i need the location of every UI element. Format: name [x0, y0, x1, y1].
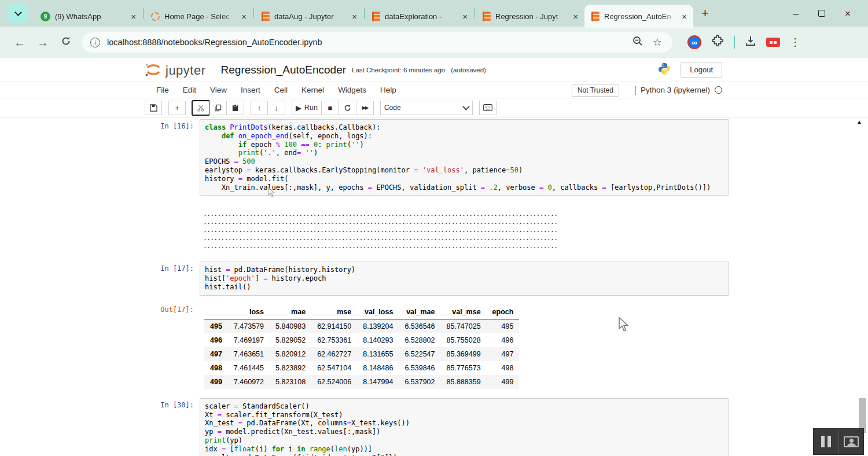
whatsapp-icon: 9: [41, 12, 50, 21]
dataframe-row: 4987.4614455.82389262.5471048.1484866.53…: [204, 361, 519, 375]
cell-type-dropdown[interactable]: Code: [380, 101, 473, 115]
move-cell-up-button[interactable]: ↑: [251, 101, 268, 115]
url-text[interactable]: localhost:8888/notebooks/Regression_Auto…: [107, 38, 632, 47]
code-editor[interactable]: hist = pd.DataFrame(history.history)hist…: [200, 262, 729, 295]
scrollbar-thumb[interactable]: [859, 398, 866, 433]
copy-cell-button[interactable]: [209, 101, 227, 115]
code-token: (: [347, 141, 351, 149]
site-info-icon[interactable]: i: [90, 38, 100, 47]
menu-item-help[interactable]: Help: [373, 83, 403, 97]
cell-output-stream: ........................................…: [200, 208, 557, 250]
menu-item-file[interactable]: File: [149, 83, 176, 97]
menu-item-insert[interactable]: Insert: [234, 83, 267, 97]
dataframe-cell: 497: [487, 347, 520, 361]
zoom-icon[interactable]: [632, 35, 643, 49]
code-editor[interactable]: scaler = StandardScaler()Xt = scaler.fit…: [200, 398, 729, 456]
tab-separator: [364, 8, 365, 19]
tab-close-icon[interactable]: ×: [240, 12, 248, 21]
stream-line: ........................................…: [203, 234, 557, 242]
mouse-cursor-ghost: [267, 187, 277, 201]
window-close-icon[interactable]: ×: [845, 9, 851, 19]
downloads-icon[interactable]: [745, 35, 756, 49]
tab-close-icon[interactable]: ×: [571, 12, 580, 21]
dataframe-cell: 85.755028: [441, 333, 487, 347]
menu-item-view[interactable]: View: [203, 83, 234, 97]
address-bar[interactable]: i localhost:8888/notebooks/Regression_Au…: [82, 32, 672, 53]
bookmark-star-icon[interactable]: ☆: [653, 36, 662, 49]
browser-tab[interactable]: Regression - Jupyt×: [476, 6, 584, 27]
browser-tab[interactable]: 9(9) WhatsApp×: [34, 6, 142, 27]
menu-item-widgets[interactable]: Widgets: [331, 83, 373, 97]
dataframe-cell: 495: [487, 319, 520, 333]
code-token: [205, 132, 222, 140]
browser-navbar: ← → i localhost:8888/notebooks/Regressio…: [0, 27, 868, 58]
add-cell-button[interactable]: +: [168, 101, 186, 115]
browser-tab[interactable]: Regression_AutoEn×: [584, 5, 693, 28]
tab-close-icon[interactable]: ×: [129, 12, 138, 21]
cut-cell-button[interactable]: [192, 101, 209, 115]
code-token: =: [368, 183, 372, 192]
code-token: ): [314, 149, 318, 157]
dataframe-cell: 62.914150: [311, 319, 357, 333]
stream-line: ........................................…: [203, 218, 557, 226]
reload-icon[interactable]: [54, 36, 78, 49]
code-token: epoch: [247, 141, 276, 149]
paste-cell-button[interactable]: [227, 101, 244, 115]
tab-close-icon[interactable]: ×: [350, 12, 359, 21]
menu-item-edit[interactable]: Edit: [176, 83, 203, 97]
interrupt-kernel-button[interactable]: ■: [322, 101, 339, 115]
recorder-pause-button[interactable]: [814, 429, 838, 454]
tab-close-icon[interactable]: ×: [461, 12, 469, 21]
code-token: earlystop: [205, 166, 247, 174]
menu-item-cell[interactable]: Cell: [267, 83, 295, 97]
tab-close-icon[interactable]: ×: [680, 12, 689, 21]
notebook-title[interactable]: Regression_AutoEncoder: [221, 64, 347, 76]
browser-tab[interactable]: Home Page - Selec×: [144, 6, 253, 27]
extensions-puzzle-icon[interactable]: [711, 35, 724, 50]
notebook-icon: [591, 12, 599, 21]
menu-item-kernel[interactable]: Kernel: [295, 83, 331, 97]
recorder-webcam-button[interactable]: [838, 429, 864, 454]
minimize-icon[interactable]: –: [793, 9, 799, 19]
tab-label: Regression - Jupyt: [495, 12, 568, 21]
code-token: 0: [547, 183, 551, 192]
tab-search-button[interactable]: [8, 3, 28, 23]
tab-separator: [143, 8, 144, 19]
extension-red-icon[interactable]: [766, 38, 780, 47]
trust-status-badge[interactable]: Not Trusted: [572, 84, 619, 97]
restart-run-all-button[interactable]: ▶▶: [356, 101, 374, 115]
browser-tab[interactable]: dataAug - Jupyter×: [255, 6, 363, 27]
code-editor[interactable]: class PrintDots(keras.callbacks.Callback…: [200, 119, 729, 196]
navbar-extensions: ∞ ⋮: [687, 35, 800, 50]
move-cell-down-button[interactable]: ↓: [268, 101, 285, 115]
restart-kernel-button[interactable]: [339, 101, 356, 115]
dataframe-cell: 62.547104: [311, 361, 357, 375]
forward-icon[interactable]: →: [31, 36, 54, 49]
code-token: :yp.T[: [355, 454, 380, 456]
code-line: idx = [float(i) for i in range(len(yp))]: [205, 445, 724, 454]
jupyter-logo[interactable]: jupyter: [145, 62, 206, 78]
kernel-separator: [635, 86, 636, 95]
code-token: 100: [284, 141, 297, 149]
maximize-icon[interactable]: [818, 10, 825, 17]
run-button[interactable]: ▶Run: [292, 101, 322, 115]
extension-infinity-icon[interactable]: ∞: [687, 35, 701, 49]
new-tab-button[interactable]: +: [693, 6, 717, 21]
code-token: Xt: [205, 411, 218, 419]
save-button[interactable]: [145, 101, 162, 115]
browser-tab[interactable]: dataExploration - ×: [365, 6, 474, 27]
code-token: (: [330, 445, 334, 453]
notebook-cells: In [16]:class PrintDots(keras.callbacks.…: [0, 117, 868, 456]
code-token: ): [359, 141, 363, 149]
dataframe-cell: 7.469197: [228, 333, 270, 347]
code-token: yp: [205, 428, 218, 436]
logout-button[interactable]: Logout: [681, 62, 722, 78]
code-token: print: [326, 141, 347, 149]
dataframe-cell: 5.823108: [270, 375, 311, 389]
code-token: =: [602, 183, 606, 192]
notebook-cell: In [17]:hist = pd.DataFrame(history.hist…: [139, 262, 729, 295]
scroll-up-icon[interactable]: ▲: [856, 119, 862, 125]
browser-menu-icon[interactable]: ⋮: [790, 36, 800, 49]
back-icon[interactable]: ←: [8, 36, 31, 49]
command-palette-button[interactable]: [479, 101, 496, 115]
